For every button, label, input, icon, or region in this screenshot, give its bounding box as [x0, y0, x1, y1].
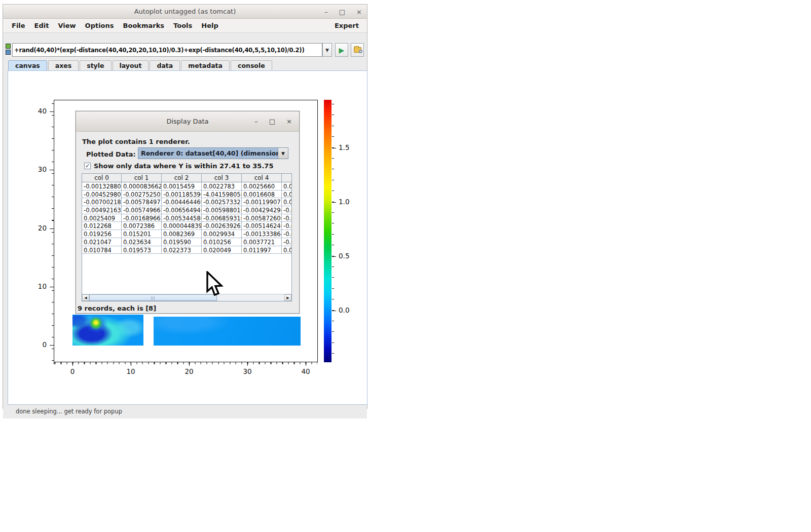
dialog-minimize-button[interactable]: – [254, 118, 258, 125]
table-header-cell[interactable]: col 5 [282, 174, 292, 182]
table-cell[interactable]: -0.002752505... [122, 191, 162, 199]
menu-item-file[interactable]: File [7, 22, 30, 29]
menu-item-help[interactable]: Help [197, 22, 223, 29]
table-cell[interactable]: 0.019573 [122, 246, 162, 254]
table-cell[interactable]: -0.001333864... [242, 230, 282, 238]
table-cell[interactable]: 0.0025660 [242, 182, 282, 191]
data-table-scrollpane[interactable]: col 0col 1col 2col 3col 4col 5-0.0013288… [82, 173, 292, 301]
table-cell[interactable]: 0.000083662 [122, 182, 162, 191]
menu-item-options[interactable]: Options [81, 22, 119, 29]
table-cell[interactable]: -0.002639263... [202, 222, 242, 230]
table-row[interactable]: 0.0210470.0236340.0195900.0102560.003772… [82, 238, 292, 246]
table-cell[interactable]: -0.005988016... [202, 206, 242, 214]
table-cell[interactable]: 0.020049 [202, 246, 242, 254]
table-row[interactable]: 0.0025409-0.001689662...-0.005344580...-… [82, 214, 292, 222]
close-button[interactable]: × [356, 9, 362, 15]
tab-style[interactable]: style [80, 60, 111, 71]
table-cell[interactable]: 0.0022783 [202, 182, 242, 191]
table-row[interactable]: 0.0122680.00723860.000044839-0.002639263… [82, 222, 292, 230]
table-row[interactable]: -0.004529800...-0.002752505...-0.0011853… [82, 191, 292, 199]
table-cell[interactable]: 0.000044839 [162, 222, 202, 230]
table-cell[interactable]: 0.00 [282, 246, 292, 254]
table-cell[interactable]: -0.006564946... [162, 206, 202, 214]
table-cell[interactable]: -0.004464469... [162, 198, 202, 206]
table-cell[interactable]: -0.0 [282, 214, 292, 222]
table-cell[interactable]: -0.001199077... [242, 198, 282, 206]
expert-menu[interactable]: Expert [330, 22, 363, 29]
table-cell[interactable]: -0.001689662... [122, 214, 162, 222]
table-cell[interactable]: 0.011997 [242, 246, 282, 254]
table-cell[interactable]: 0.0072386 [122, 222, 162, 230]
uri-dropdown-button[interactable]: ▼ [322, 43, 332, 57]
table-row[interactable]: -0.004921634...-0.005749665...-0.0065649… [82, 206, 292, 214]
plotted-data-combobox[interactable]: Renderer 0: dataset[40,40] (dimension...… [138, 147, 288, 159]
tab-data[interactable]: data [150, 60, 180, 71]
uri-input[interactable] [12, 43, 322, 57]
inspect-button[interactable] [351, 43, 364, 57]
table-header-cell[interactable]: col 4 [242, 174, 282, 182]
colorbar[interactable] [324, 100, 331, 362]
table-header-cell[interactable]: col 2 [162, 174, 202, 182]
table-row[interactable]: -0.001328804...0.0000836620.00154590.002… [82, 182, 292, 191]
table-cell[interactable]: 0.010784 [82, 246, 122, 254]
dialog-maximize-button[interactable]: □ [269, 118, 275, 125]
table-cell[interactable]: -0.007002187... [82, 198, 122, 206]
minimize-button[interactable]: – [324, 9, 328, 15]
table-cell[interactable]: 0.00 [282, 191, 292, 199]
tab-canvas[interactable]: canvas [8, 60, 47, 71]
table-cell[interactable]: -0.0 [282, 238, 292, 246]
scrollbar-right-arrow[interactable]: ▶ [284, 294, 291, 301]
table-cell[interactable]: -0.004921634... [82, 206, 122, 214]
table-cell[interactable]: 0.0015459 [162, 182, 202, 191]
scrollbar-left-arrow[interactable]: ◀ [82, 294, 89, 301]
table-cell[interactable]: -0.001328804... [82, 182, 122, 191]
maximize-button[interactable]: □ [339, 9, 345, 15]
table-cell[interactable]: -0.001185396... [162, 191, 202, 199]
table-cell[interactable]: -0.0 [282, 222, 292, 230]
table-cell[interactable]: -0.0 [282, 230, 292, 238]
table-cell[interactable]: 0.019256 [82, 230, 122, 238]
table-cell[interactable]: 0.012268 [82, 222, 122, 230]
menu-item-view[interactable]: View [53, 22, 80, 29]
table-cell[interactable]: 0.0082369 [162, 230, 202, 238]
menu-item-tools[interactable]: Tools [169, 22, 197, 29]
table-cell[interactable]: -0.005784977... [122, 198, 162, 206]
dialog-titlebar[interactable]: Display Data – □ × [76, 111, 299, 132]
table-cell[interactable]: 0.0029934 [202, 230, 242, 238]
table-cell[interactable]: -0.005344580... [162, 214, 202, 222]
table-row[interactable]: 0.0192560.0152010.00823690.0029934-0.001… [82, 230, 292, 238]
table-cell[interactable]: -0.005872606... [242, 214, 282, 222]
scrollbar-thumb[interactable] [89, 294, 217, 301]
table-cell[interactable]: 0.00 [282, 198, 292, 206]
table-cell[interactable]: 0.0025409 [82, 214, 122, 222]
table-cell[interactable]: -0.005146240... [242, 222, 282, 230]
table-cell[interactable]: 0.0037721 [242, 238, 282, 246]
table-cell[interactable]: 0.021047 [82, 238, 122, 246]
table-header-cell[interactable]: col 0 [82, 174, 122, 182]
table-cell[interactable]: -0.006859316... [202, 214, 242, 222]
table-cell[interactable]: -0.005749665... [122, 206, 162, 214]
table-cell[interactable]: -4.041598058... [202, 191, 242, 199]
menu-item-edit[interactable]: Edit [30, 22, 54, 29]
table-cell[interactable]: 0.00 [282, 182, 292, 191]
table-row[interactable]: -0.007002187...-0.005784977...-0.0044644… [82, 198, 292, 206]
dialog-close-button[interactable]: × [286, 118, 292, 125]
table-header-cell[interactable]: col 3 [202, 174, 242, 182]
y-filter-checkbox[interactable]: ✓ [84, 163, 91, 169]
table-cell[interactable]: 0.0016608 [242, 191, 282, 199]
table-cell[interactable]: 0.019590 [162, 238, 202, 246]
table-cell[interactable]: 0.010256 [202, 238, 242, 246]
tab-console[interactable]: console [231, 60, 272, 71]
run-button[interactable]: ▶ [335, 43, 348, 57]
table-header-cell[interactable]: col 1 [122, 174, 162, 182]
tab-layout[interactable]: layout [113, 60, 149, 71]
menu-item-bookmarks[interactable]: Bookmarks [119, 22, 169, 29]
horizontal-scrollbar[interactable]: ◀ ▶ [82, 294, 291, 301]
table-row[interactable]: 0.0107840.0195730.0223730.0200490.011997… [82, 246, 292, 254]
table-cell[interactable]: -0.0 [282, 206, 292, 214]
table-cell[interactable]: 0.015201 [122, 230, 162, 238]
table-cell[interactable]: -0.004294298... [242, 206, 282, 214]
table-cell[interactable]: -0.002573321... [202, 198, 242, 206]
tab-axes[interactable]: axes [48, 60, 79, 71]
table-cell[interactable]: -0.004529800... [82, 191, 122, 199]
